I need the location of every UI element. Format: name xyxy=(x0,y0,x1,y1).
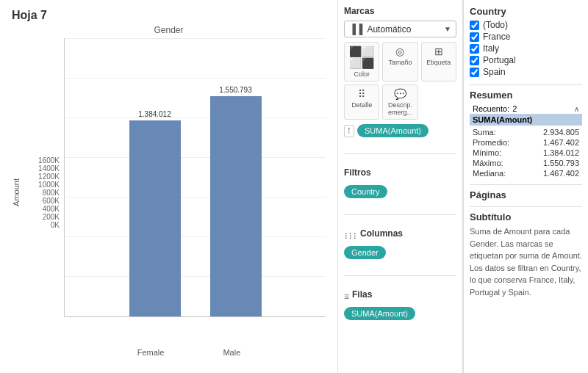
etiqueta-button[interactable]: ⊞ Etiqueta xyxy=(421,42,456,82)
dropdown-label: Automático xyxy=(367,24,444,35)
chevron-down-icon: ▼ xyxy=(444,25,451,33)
bar[interactable] xyxy=(210,96,262,316)
resumen-row-value: 1.467.402 xyxy=(543,169,579,178)
resumen-row-label: Máximo: xyxy=(473,159,503,167)
resumen-count-row: Recuento: 2 ∧ xyxy=(470,104,582,114)
filas-pill[interactable]: SUMA(Amount) xyxy=(344,307,415,320)
country-option[interactable]: France xyxy=(470,32,582,42)
filas-title: Filas xyxy=(352,289,372,300)
country-option-label: France xyxy=(483,32,510,42)
columnas-pill[interactable]: Gender xyxy=(344,246,386,259)
resumen-data-row: Mínimo:1.384.012 xyxy=(470,148,582,158)
chart-inner: Amount 1600K1400K1200K1000K800K600K400K2… xyxy=(12,38,326,347)
country-checkbox[interactable] xyxy=(470,68,479,77)
tamaño-button[interactable]: ◎ Tamaño xyxy=(382,42,417,82)
country-title: Country xyxy=(470,6,582,17)
country-checkbox[interactable] xyxy=(470,44,479,54)
descrip-icon: 💬 xyxy=(394,88,406,100)
color-label: Color xyxy=(354,70,370,78)
resumen-section: Resumen Recuento: 2 ∧ SUMA(Amount) Suma:… xyxy=(470,84,582,178)
descrip-label: Descrip.emerg... xyxy=(388,101,412,116)
country-option[interactable]: (Todo) xyxy=(470,20,582,30)
etiqueta-label: Etiqueta xyxy=(426,59,451,66)
y-axis: 1600K1400K1200K1000K800K600K400K200K0K xyxy=(24,156,64,229)
country-section: Country (Todo)FranceItalyPortugalSpain xyxy=(470,6,582,79)
country-checkbox[interactable] xyxy=(470,56,479,65)
bar[interactable] xyxy=(129,120,181,316)
size-icon: ◎ xyxy=(395,46,404,57)
descrip-button[interactable]: 💬 Descrip.emerg... xyxy=(382,84,417,120)
y-tick: 1600K xyxy=(38,156,60,164)
resumen-row-label: Mediana: xyxy=(473,169,506,178)
divider2 xyxy=(344,214,456,215)
y-tick: 600K xyxy=(43,197,60,205)
country-checkbox[interactable] xyxy=(470,32,479,42)
filtros-title: Filtros xyxy=(344,167,371,178)
resumen-data-row: Suma:2.934.805 xyxy=(470,127,582,137)
marcas-pill[interactable]: SUMA(Amount) xyxy=(357,124,429,137)
bar-value: 1.550.793 xyxy=(219,86,252,94)
y-axis-with-label: Amount 1600K1400K1200K1000K800K600K400K2… xyxy=(12,38,64,347)
bar-value: 1.384.012 xyxy=(138,110,171,118)
marks-icons: ⬛⬜⬜⬛ Color ◎ Tamaño ⊞ Etiqueta ⠿ Detalle… xyxy=(344,42,456,120)
filtros-section: Filtros Country xyxy=(344,167,456,198)
detalle-label: Detalle xyxy=(351,101,372,109)
subtitulo-text: Suma de Amount para cada Gender. Las mar… xyxy=(470,225,582,298)
page-title: Hoja 7 xyxy=(12,9,326,22)
resumen-rows: Suma:2.934.805Promedio:1.467.402Mínimo:1… xyxy=(470,127,582,178)
resumen-data-row: Promedio:1.467.402 xyxy=(470,137,582,148)
x-axis-labels: FemaleMale xyxy=(12,348,326,357)
recuento-label: Recuento: xyxy=(473,104,509,113)
columns-icon: ⫶⫶⫶ xyxy=(344,231,357,241)
divider1 xyxy=(344,153,456,154)
bars-area: 1.384.0121.550.793 xyxy=(64,38,326,317)
bar-chart-icon: ▐▐ xyxy=(349,23,362,35)
filas-section: ≡ Filas SUMA(Amount) xyxy=(344,289,456,320)
x-label: Female xyxy=(137,348,165,357)
expand-icon[interactable]: ∧ xyxy=(574,105,579,113)
y-tick: 800K xyxy=(43,189,60,197)
y-tick: 200K xyxy=(43,213,60,221)
resumen-row-label: Mínimo: xyxy=(473,148,501,157)
right-panel: Marcas ▐▐ Automático ▼ ⬛⬜⬜⬛ Color ◎ Tama… xyxy=(338,0,588,373)
resumen-data-row: Mediana:1.467.402 xyxy=(470,168,582,178)
middle-column: Marcas ▐▐ Automático ▼ ⬛⬜⬜⬛ Color ◎ Tama… xyxy=(338,0,463,373)
y-tick: 1400K xyxy=(38,164,60,173)
country-checkbox[interactable] xyxy=(470,21,479,30)
y-tick: 1000K xyxy=(38,181,60,189)
filtros-pill[interactable]: Country xyxy=(344,185,387,198)
divider3 xyxy=(344,275,456,276)
recuento-value: 2 xyxy=(512,104,517,113)
resumen-data-row: Máximo:1.550.793 xyxy=(470,158,582,168)
tamaño-label: Tamaño xyxy=(388,59,412,66)
right-column: Country (Todo)FranceItalyPortugalSpain R… xyxy=(463,0,588,373)
marcas-dropdown[interactable]: ▐▐ Automático ▼ xyxy=(344,21,456,37)
bar-group: 1.550.793 xyxy=(210,46,262,316)
paginas-section: Páginas xyxy=(470,184,582,200)
resumen-row-label: Suma: xyxy=(473,128,496,137)
resumen-row-label: Promedio: xyxy=(473,138,509,147)
country-option[interactable]: Italy xyxy=(470,43,582,54)
country-option[interactable]: Portugal xyxy=(470,55,582,65)
chart-title: Gender xyxy=(12,25,326,35)
marcas-title: Marcas xyxy=(344,6,456,16)
marcas-section: Marcas ▐▐ Automático ▼ ⬛⬜⬜⬛ Color ◎ Tama… xyxy=(344,6,456,137)
country-options: (Todo)FranceItalyPortugalSpain xyxy=(470,20,582,77)
detalle-button[interactable]: ⠿ Detalle xyxy=(344,84,379,120)
detalle-icon: ⠿ xyxy=(358,88,365,100)
label-icon: ⊞ xyxy=(434,46,443,57)
country-option-label: Italy xyxy=(483,43,499,54)
y-tick: 0K xyxy=(51,221,60,229)
bar-group: 1.384.012 xyxy=(129,46,181,316)
x-label: Male xyxy=(223,348,240,357)
country-option-label: Portugal xyxy=(483,55,516,65)
color-button[interactable]: ⬛⬜⬜⬛ Color xyxy=(344,42,379,82)
chart-area: Hoja 7 Gender Amount 1600K1400K1200K1000… xyxy=(0,0,338,373)
suma-icon: ⊺ xyxy=(344,125,354,137)
country-option[interactable]: Spain xyxy=(470,67,582,77)
columnas-section: ⫶⫶⫶ Columnas Gender xyxy=(344,228,456,259)
rows-icon: ≡ xyxy=(344,291,349,302)
y-tick: 400K xyxy=(43,205,60,213)
resumen-row-value: 1.550.793 xyxy=(543,159,579,167)
bars-row: 1.384.0121.550.793 xyxy=(79,46,311,316)
